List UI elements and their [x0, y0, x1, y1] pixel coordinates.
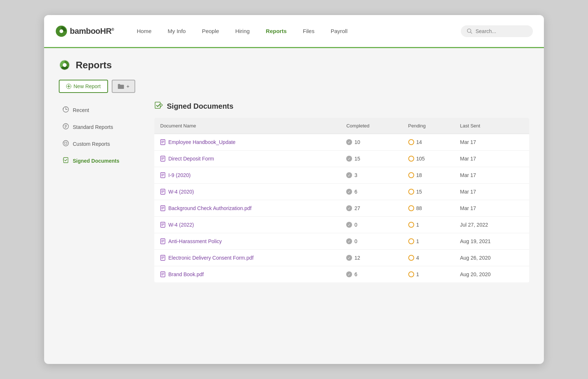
pending-cell: 105	[408, 156, 448, 162]
last-sent-cell: Aug 26, 2020	[454, 250, 529, 266]
pending-cell: 1	[408, 271, 448, 277]
last-sent-cell: Mar 17	[454, 167, 529, 184]
main-nav: Home My Info People Hiring Reports Files…	[129, 15, 461, 47]
nav-myinfo[interactable]: My Info	[159, 15, 194, 48]
reports-pie-icon	[59, 59, 71, 71]
pending-icon	[408, 255, 414, 261]
doc-name-link[interactable]: Brand Book.pdf	[160, 271, 334, 277]
svg-line-3	[471, 32, 472, 33]
col-document-name: Document Name	[154, 118, 340, 134]
nav-hiring[interactable]: Hiring	[227, 15, 258, 48]
last-sent-cell: Jul 27, 2022	[454, 217, 529, 233]
table-row: Direct Deposit Form ✓ 15 105 Mar 17	[154, 151, 529, 167]
pending-icon	[408, 222, 414, 228]
doc-file-icon	[160, 238, 165, 244]
pending-icon	[408, 205, 414, 211]
svg-point-1	[60, 29, 63, 33]
new-report-button[interactable]: New Report	[59, 80, 108, 93]
logo-icon	[55, 25, 68, 37]
nav-people[interactable]: People	[194, 15, 227, 48]
last-sent-cell: Mar 17	[454, 134, 529, 151]
doc-name-link[interactable]: Employee Handbook_Update	[160, 139, 334, 145]
table-row: Brand Book.pdf ✓ 6 1 Aug 20, 2020	[154, 266, 529, 283]
check-icon: ✓	[346, 205, 352, 211]
pending-cell: 1	[408, 238, 448, 244]
search-input[interactable]	[476, 28, 527, 34]
completed-cell: ✓ 10	[346, 139, 396, 145]
folder-icon	[118, 84, 124, 89]
main-layout: Recent Standard Reports	[59, 102, 529, 282]
pending-icon	[408, 156, 414, 162]
last-sent-cell: Aug 20, 2020	[454, 266, 529, 283]
nav-payroll[interactable]: Payroll	[323, 15, 356, 48]
documents-table: Document Name Completed Pending Last Sen…	[154, 118, 529, 282]
doc-file-icon	[160, 172, 165, 178]
pending-icon	[408, 139, 414, 145]
search-box[interactable]	[461, 25, 533, 37]
sidebar-item-recent[interactable]: Recent	[59, 102, 147, 119]
table-row: I-9 (2020) ✓ 3 18 Mar 17	[154, 167, 529, 184]
doc-name-link[interactable]: W-4 (2020)	[160, 189, 334, 195]
table-header-row: Document Name Completed Pending Last Sen…	[154, 118, 529, 134]
recent-icon	[62, 106, 69, 114]
app-window: bambooHR® Home My Info People Hiring Rep…	[44, 15, 544, 364]
table-row: W-4 (2020) ✓ 6 15 Mar 17	[154, 184, 529, 200]
pending-icon	[408, 189, 414, 195]
doc-file-icon	[160, 271, 165, 277]
sidebar-item-standard[interactable]: Standard Reports	[59, 119, 147, 136]
col-last-sent: Last Sent	[454, 118, 529, 134]
check-icon: ✓	[346, 222, 352, 228]
doc-name-link[interactable]: W-4 (2022)	[160, 222, 334, 228]
pending-icon	[408, 172, 414, 178]
add-folder-button[interactable]: +	[112, 80, 135, 93]
nav-files[interactable]: Files	[295, 15, 323, 48]
section-icon-svg	[154, 102, 163, 109]
nav-home[interactable]: Home	[129, 15, 159, 48]
sidebar-standard-label: Standard Reports	[73, 124, 113, 130]
sidebar-item-custom[interactable]: Custom Reports	[59, 136, 147, 152]
pending-cell: 88	[408, 205, 448, 211]
table-row: Electronic Delivery Consent Form.pdf ✓ 1…	[154, 250, 529, 266]
sidebar-signed-label: Signed Documents	[73, 158, 119, 164]
sidebar-item-signed[interactable]: Signed Documents	[59, 152, 147, 169]
doc-name-link[interactable]: Direct Deposit Form	[160, 156, 334, 162]
doc-name-link[interactable]: Background Check Authorization.pdf	[160, 205, 334, 211]
check-icon: ✓	[346, 271, 352, 277]
standard-svg-icon	[62, 123, 69, 130]
plus-icon	[66, 84, 71, 89]
table-row: W-4 (2022) ✓ 0 1 Jul 27, 2022	[154, 217, 529, 233]
pending-icon	[408, 271, 414, 277]
logo[interactable]: bambooHR®	[55, 25, 114, 37]
doc-name-link[interactable]: Anti-Harassment Policy	[160, 238, 334, 244]
doc-name-link[interactable]: I-9 (2020)	[160, 172, 334, 178]
custom-svg-icon	[62, 140, 69, 147]
last-sent-cell: Mar 17	[454, 151, 529, 167]
completed-cell: ✓ 15	[346, 156, 396, 162]
doc-name-link[interactable]: Electronic Delivery Consent Form.pdf	[160, 255, 334, 261]
svg-point-5	[63, 63, 67, 67]
recent-svg-icon	[62, 106, 69, 113]
completed-cell: ✓ 12	[346, 255, 396, 261]
doc-file-icon	[160, 222, 165, 228]
pending-cell: 1	[408, 222, 448, 228]
header: bambooHR® Home My Info People Hiring Rep…	[44, 15, 544, 48]
doc-file-icon	[160, 255, 165, 261]
last-sent-cell: Mar 17	[454, 200, 529, 217]
search-icon	[467, 28, 473, 34]
completed-cell: ✓ 27	[346, 205, 396, 211]
check-icon: ✓	[346, 189, 352, 195]
nav-reports[interactable]: Reports	[258, 15, 295, 48]
sidebar-custom-label: Custom Reports	[73, 141, 110, 147]
sidebar: Recent Standard Reports	[59, 102, 154, 282]
pending-cell: 15	[408, 189, 448, 195]
doc-file-icon	[160, 205, 165, 211]
standard-reports-icon	[62, 123, 69, 131]
completed-cell: ✓ 0	[346, 238, 396, 244]
check-icon: ✓	[346, 156, 352, 162]
completed-cell: ✓ 6	[346, 189, 396, 195]
completed-cell: ✓ 0	[346, 222, 396, 228]
doc-file-icon	[160, 156, 165, 162]
section-header: Signed Documents	[154, 102, 529, 111]
signed-docs-icon	[62, 157, 69, 165]
svg-point-20	[63, 141, 69, 146]
